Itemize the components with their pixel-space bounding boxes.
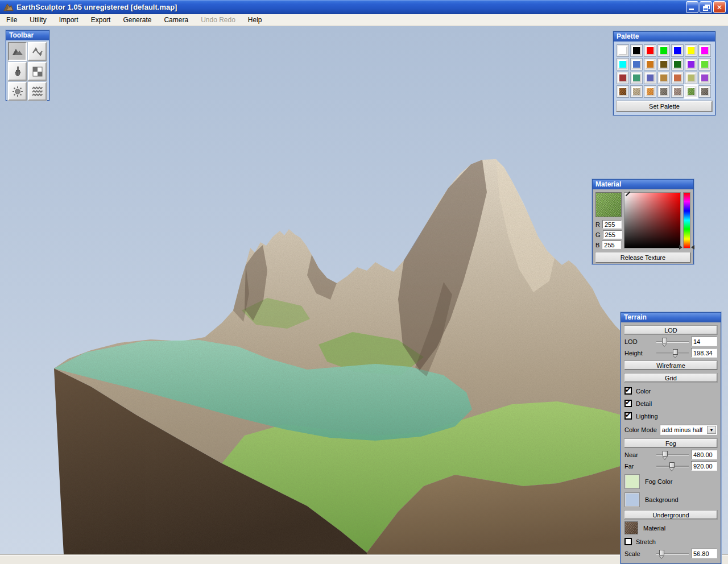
palette-swatch-pink-rock[interactable] [671,85,684,98]
far-slider[interactable] [656,462,689,471]
underground-material-swatch[interactable] [624,521,638,534]
palette-swatch[interactable] [671,58,684,70]
swatch-color [618,60,627,69]
lod-section-button[interactable]: LOD [624,326,717,334]
palette-swatch[interactable] [630,58,643,70]
menu-import[interactable]: Import [53,14,85,26]
lighting-checkbox[interactable] [624,412,632,420]
material-texture-preview[interactable] [595,192,622,217]
near-label: Near [624,451,654,458]
wave-arrows-icon [31,45,44,58]
far-value-input[interactable] [691,461,717,471]
toolbar-panel-title[interactable]: Toolbar [6,31,49,40]
menu-camera[interactable]: Camera [158,14,195,26]
fog-section-button[interactable]: Fog [624,439,717,447]
checker-icon [31,65,44,78]
near-value-input[interactable] [691,450,717,459]
minimize-button[interactable] [686,1,698,13]
menu-file[interactable]: File [0,14,23,26]
lod-label: LOD [624,338,654,345]
minimize-icon [689,9,694,10]
saturation-value-picker[interactable] [624,192,681,248]
texture-tool-button[interactable] [28,62,47,81]
channel-g-input[interactable] [603,230,622,239]
channel-r-input[interactable] [602,220,622,229]
swatch-color [632,60,641,69]
menu-help[interactable]: Help [242,14,268,26]
restore-button[interactable] [700,1,712,13]
palette-swatch-grass[interactable] [685,85,697,98]
palette-swatch[interactable] [698,58,711,70]
smooth-tool-button[interactable] [28,42,47,61]
heightmap-tool-button[interactable] [8,42,27,61]
palette-swatch[interactable] [644,44,656,57]
close-button[interactable]: ✕ [713,1,726,13]
palette-swatch[interactable] [630,72,643,84]
palette-swatch[interactable] [685,72,697,84]
toolbar-panel: Toolbar [6,30,49,101]
lighting-checkbox-label: Lighting [636,413,658,420]
channel-b-input[interactable] [602,240,621,249]
wireframe-button[interactable]: Wireframe [624,361,717,370]
paint-tool-button[interactable] [8,62,27,81]
background-swatch[interactable] [624,492,640,507]
palette-swatch[interactable] [685,58,697,70]
palette-swatch[interactable] [657,44,670,57]
terrain-panel-title[interactable]: Terrain [621,313,721,322]
channel-g-label: G [595,231,601,238]
lod-value-input[interactable] [691,337,717,346]
palette-swatch[interactable] [671,44,684,57]
grid-button[interactable]: Grid [624,374,717,382]
palette-swatch[interactable] [698,72,711,84]
color-mode-label: Color Mode [624,426,657,433]
material-panel-title[interactable]: Material [593,180,693,189]
palette-swatch-orange-sand[interactable] [644,85,656,98]
release-texture-button[interactable]: Release Texture [595,252,690,263]
stretch-checkbox[interactable] [624,538,632,545]
swatch-color [659,87,668,96]
scale-slider[interactable] [656,549,689,558]
color-mode-select[interactable]: add minus half ▼ [660,425,717,435]
palette-swatch[interactable] [617,58,629,70]
swatch-color [700,87,709,96]
palette-swatch[interactable] [685,44,697,57]
palette-swatch[interactable] [657,72,670,84]
palette-swatch[interactable] [617,44,629,57]
hue-slider[interactable] [683,192,690,248]
palette-grid [614,42,715,99]
height-label: Height [624,350,654,356]
palette-swatch[interactable] [671,72,684,84]
swatch-color [659,73,668,82]
menu-utility[interactable]: Utility [23,14,52,26]
palette-swatch[interactable] [644,72,656,84]
palette-swatch-dirt[interactable] [617,85,629,98]
underground-section-button[interactable]: Underground [624,511,717,519]
palette-swatch[interactable] [644,58,656,70]
near-slider[interactable] [656,450,689,459]
fog-color-swatch[interactable] [624,474,640,489]
detail-checkbox[interactable] [624,400,632,407]
swatch-color [673,46,682,55]
menu-export[interactable]: Export [85,14,117,26]
scale-value-input[interactable] [691,549,717,558]
lighting-tool-button[interactable] [8,82,27,101]
palette-swatch[interactable] [657,58,670,70]
palette-swatch-sand[interactable] [630,85,643,98]
color-checkbox[interactable] [624,387,632,395]
swatch-color [618,87,627,96]
lod-slider[interactable] [656,337,689,346]
palette-swatch-gray-rock[interactable] [657,85,670,98]
water-tool-button[interactable] [28,82,47,101]
hue-marker-right [691,245,694,250]
height-value-input[interactable] [691,348,717,358]
height-slider[interactable] [656,349,689,358]
palette-swatch[interactable] [630,44,643,57]
palette-swatch[interactable] [698,44,711,57]
chevron-down-icon[interactable]: ▼ [707,426,716,434]
swatch-color [686,46,696,55]
palette-swatch-bark[interactable] [698,85,711,98]
set-palette-button[interactable]: Set Palette [617,101,712,111]
palette-swatch[interactable] [617,72,629,84]
palette-panel-title[interactable]: Palette [614,32,715,42]
menu-generate[interactable]: Generate [117,14,158,26]
